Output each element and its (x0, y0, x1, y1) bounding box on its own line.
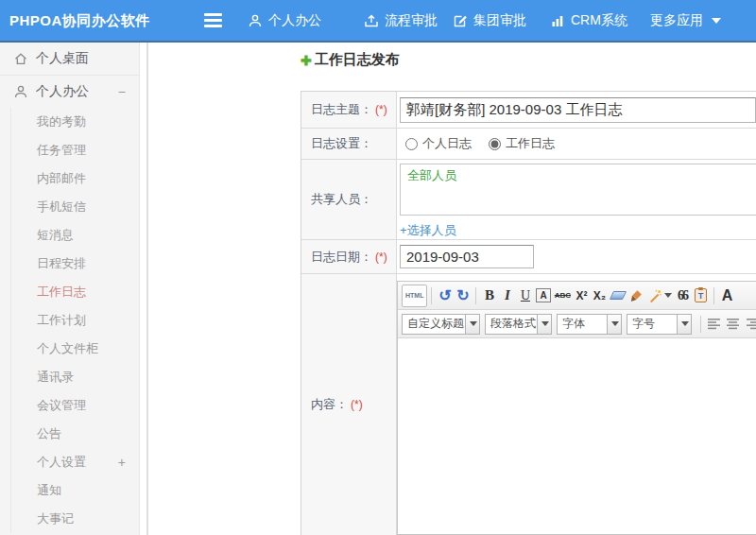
align-right-icon (745, 318, 756, 330)
eraser-icon (609, 291, 626, 300)
font-size-select[interactable]: 字号 (627, 314, 692, 335)
chevron-down-icon (664, 293, 672, 298)
chevron-down-icon (681, 321, 689, 326)
nav-item-personal-office[interactable]: 个人办公 (248, 0, 321, 41)
align-center-button[interactable] (724, 313, 743, 336)
app-window: PHPOA协同办公软件 个人办公 流程审批 集团审批 (0, 0, 756, 535)
sidebar-item-personal-office[interactable]: 个人办公 − (0, 76, 139, 108)
sidebar-item-task-management[interactable]: 任务管理 (11, 136, 139, 164)
nav-item-crm[interactable]: CRM系统 (550, 0, 627, 41)
menu-icon[interactable] (204, 13, 222, 27)
paragraph-format-select[interactable]: 段落格式 (485, 314, 552, 335)
sidebar-item-short-message[interactable]: 短消息 (11, 221, 139, 250)
content-divider (146, 43, 148, 535)
align-left-icon (707, 318, 722, 330)
chevron-down-icon (470, 321, 477, 326)
edit-icon (453, 13, 468, 28)
date-input[interactable] (400, 245, 534, 268)
sidebar-item-label: 个人桌面 (36, 50, 89, 67)
sidebar-item-file-cabinet[interactable]: 个人文件柜 (11, 335, 139, 363)
chevron-down-icon (611, 321, 619, 326)
rich-text-editor: HTML ↺ ↻ B I U A ABC X² X₂ (397, 281, 756, 535)
redo-button[interactable]: ↻ (454, 285, 472, 307)
share-members-box[interactable]: 全部人员 (400, 164, 756, 216)
expand-icon[interactable]: + (118, 448, 126, 476)
required-mark: (*) (351, 398, 363, 411)
sidebar-item-contacts[interactable]: 通讯录 (11, 363, 139, 391)
format-brush-button[interactable] (627, 285, 645, 307)
superscript-button[interactable]: X² (573, 285, 591, 307)
select-members-link[interactable]: +选择人员 (400, 222, 756, 239)
chevron-down-icon (712, 18, 721, 24)
personal-log-option[interactable]: 个人日志 (405, 135, 472, 152)
share-label: 共享人员： (301, 160, 397, 239)
app-logo: PHPOA协同办公软件 (9, 0, 150, 41)
editor-content-area[interactable] (398, 338, 756, 534)
undo-button[interactable]: ↺ (436, 285, 454, 307)
subject-label: 日志主题： (*) (301, 92, 397, 128)
strikethrough-button[interactable]: ABC (553, 285, 573, 307)
sidebar-item-announcement[interactable]: 公告 (11, 420, 139, 448)
home-icon (13, 51, 28, 66)
italic-button[interactable]: I (498, 285, 516, 307)
sidebar-item-label: 个人设置 (37, 455, 86, 469)
subscript-button[interactable]: X₂ (591, 285, 609, 307)
sidebar-item-work-log[interactable]: 工作日志 (11, 278, 139, 306)
user-icon (248, 13, 263, 28)
font-family-select[interactable]: 字体 (557, 314, 622, 335)
magic-wand-icon (647, 288, 662, 303)
sidebar-item-personal-desktop[interactable]: 个人桌面 (0, 43, 139, 75)
nav-label: 流程审批 (385, 12, 438, 29)
sidebar-item-work-plan[interactable]: 工作计划 (11, 306, 139, 335)
content-label: 内容： (*) (301, 274, 397, 535)
sidebar-item-mobile-sms[interactable]: 手机短信 (11, 193, 139, 221)
personal-log-radio[interactable] (405, 138, 418, 150)
editor-toolbar-top: HTML ↺ ↻ B I U A ABC X² X₂ (398, 282, 756, 310)
editor-toolbar-bottom: 自定义标题 段落格式 字体 (398, 310, 756, 338)
nav-label: 集团审批 (473, 12, 526, 29)
bar-chart-icon (550, 13, 565, 28)
blockquote-button[interactable]: 66 (674, 285, 692, 307)
chevron-down-icon (541, 321, 549, 326)
form-row-date: 日志日期： (*) (301, 240, 756, 274)
sidebar-item-notification[interactable]: 通知 (11, 476, 139, 505)
sidebar-item-personal-settings[interactable]: 个人设置 + (11, 448, 139, 476)
sidebar-item-label: 个人办公 (36, 83, 89, 100)
clipboard-icon: T (695, 288, 707, 302)
sidebar-item-meeting-management[interactable]: 会议管理 (11, 391, 139, 420)
sidebar-item-internal-mail[interactable]: 内部邮件 (11, 164, 139, 193)
log-type-radio-group: 个人日志 工作日志 (405, 135, 572, 152)
sidebar-item-schedule[interactable]: 日程安排 (11, 250, 139, 278)
nav-label: 更多应用 (650, 12, 703, 29)
page-title: ✚ 工作日志发布 (301, 51, 400, 69)
font-border-button[interactable]: A (534, 285, 552, 307)
align-right-button[interactable] (743, 313, 756, 336)
underline-button[interactable]: U (516, 285, 534, 307)
add-icon: ✚ (301, 53, 312, 68)
nav-item-group-approval[interactable]: 集团审批 (453, 0, 526, 41)
eraser-button[interactable] (609, 285, 627, 307)
brush-icon (628, 288, 644, 303)
align-center-icon (726, 318, 741, 330)
nav-item-more-apps[interactable]: 更多应用 (650, 0, 721, 41)
paste-template-button[interactable]: T (692, 285, 710, 307)
font-color-button[interactable]: A (718, 285, 736, 307)
heading-select[interactable]: 自定义标题 (402, 314, 480, 335)
align-left-button[interactable] (705, 313, 724, 336)
nav-item-workflow-approval[interactable]: 流程审批 (364, 0, 438, 41)
settings-label: 日志设置： (301, 129, 397, 159)
nav-label: CRM系统 (571, 12, 627, 29)
required-mark: (*) (375, 103, 387, 116)
html-source-button[interactable]: HTML (402, 285, 427, 307)
collapse-icon[interactable]: − (118, 84, 126, 99)
quick-format-button[interactable] (645, 285, 674, 307)
work-log-radio[interactable] (489, 138, 501, 150)
workflow-icon (364, 13, 379, 28)
sidebar-item-memorabilia[interactable]: 大事记 (11, 505, 139, 533)
bold-button[interactable]: B (480, 285, 498, 307)
subject-input[interactable] (400, 97, 756, 123)
top-navigation-bar: PHPOA协同办公软件 个人办公 流程审批 集团审批 (0, 0, 756, 43)
sidebar-item-my-attendance[interactable]: 我的考勤 (11, 108, 139, 136)
work-log-option[interactable]: 工作日志 (489, 135, 555, 152)
form-row-share: 共享人员： 全部人员 +选择人员 (301, 160, 756, 240)
